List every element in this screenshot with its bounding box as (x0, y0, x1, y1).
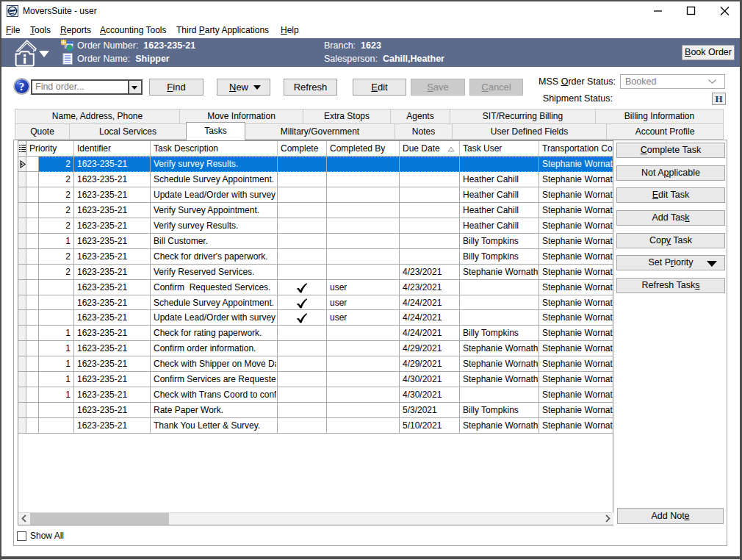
svg-text:?: ? (19, 81, 25, 93)
